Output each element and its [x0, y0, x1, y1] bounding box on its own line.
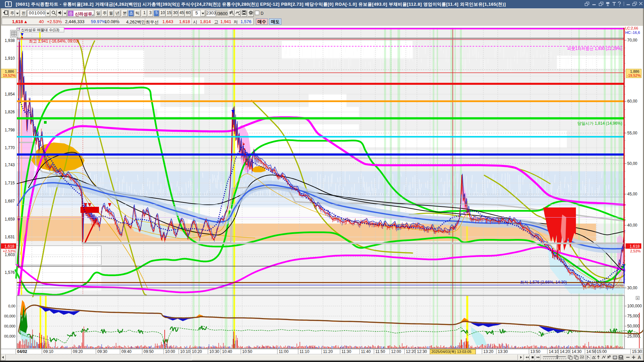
svg-text:1,576: 1,576 [5, 270, 15, 275]
svg-text:10:30: 10:30 [209, 349, 219, 354]
svg-text:09:40: 09:40 [121, 349, 131, 354]
svg-text:11:20: 11:20 [323, 349, 333, 354]
svg-text:최고 1,941 (-16,64%, 09:03): 최고 1,941 (-16,64%, 09:03) [29, 39, 79, 44]
svg-text:1,687: 1,687 [5, 199, 15, 203]
svg-text:당일시가 1,814 (14,96%): 당일시가 1,814 (14,96%) [578, 121, 622, 126]
svg-text:2025/04/03(목) 13:03:05: 2025/04/03(목) 13:03:05 [431, 350, 471, 354]
svg-text:11:00: 11:00 [279, 349, 288, 354]
svg-text:14:10: 14:10 [549, 349, 559, 354]
svg-text:1,743: 1,743 [5, 163, 15, 167]
svg-text:04/02: 04/02 [17, 349, 27, 354]
svg-text:14:20: 14:20 [560, 349, 570, 354]
svg-text:09:10: 09:10 [43, 349, 53, 354]
svg-text:최저 1,576 (2,66%, 14:30): 최저 1,576 (2,66%, 14:30) [520, 280, 567, 285]
svg-text:1,770: 1,770 [5, 145, 15, 150]
svg-text:11:30: 11:30 [341, 349, 351, 354]
svg-text:1,618: 1,618 [4, 244, 14, 249]
svg-text:14:50: 14:50 [586, 349, 596, 354]
svg-text:0,00: 0,00 [8, 304, 15, 308]
svg-text:12:30: 12:30 [417, 349, 427, 354]
svg-text:1,798: 1,798 [5, 128, 15, 132]
svg-text:00,000: 00,000 [4, 324, 15, 328]
svg-text:00,000: 00,000 [4, 314, 15, 318]
svg-text:14:30: 14:30 [572, 349, 582, 354]
svg-text:1,618: 1,618 [630, 244, 640, 249]
svg-text:1,886: 1,886 [5, 69, 14, 73]
svg-text:전일종가 1,578 (0,00%: 전일종가 1,578 (0,00% [583, 284, 624, 289]
svg-text:1,603: 1,603 [5, 252, 15, 257]
svg-text:15:00: 15:00 [597, 349, 607, 354]
svg-text:19,52%: 19,52% [3, 73, 16, 77]
svg-text:60,00: 60,00 [627, 99, 637, 104]
svg-text:13:20: 13:20 [483, 349, 493, 354]
svg-text:10:20: 10:20 [192, 349, 202, 354]
svg-text:40,00: 40,00 [627, 223, 637, 228]
svg-text:1,910: 1,910 [5, 56, 15, 61]
svg-text:10:50: 10:50 [242, 349, 252, 354]
svg-text:75,000: 75,000 [627, 314, 640, 318]
svg-text:70,00: 70,00 [627, 38, 637, 43]
svg-text:-19,52%: -19,52% [627, 73, 641, 77]
svg-text:1,659: 1,659 [5, 217, 15, 222]
svg-text:13:30: 13:30 [498, 349, 508, 354]
svg-text:00,000: 00,000 [4, 334, 15, 338]
svg-text:50,000: 50,000 [627, 324, 640, 328]
svg-text:1,826: 1,826 [5, 110, 15, 114]
svg-text:12:20: 12:20 [406, 349, 416, 354]
svg-text:신라섬유 매물대 수(13): 신라섬유 매물대 수(13) [21, 28, 59, 32]
svg-text:09:30: 09:30 [97, 349, 107, 354]
svg-text:1,854: 1,854 [5, 92, 15, 97]
svg-text:10:10: 10:10 [180, 349, 190, 354]
svg-text:1,631: 1,631 [5, 235, 15, 239]
svg-text:45,00: 45,00 [627, 192, 637, 196]
svg-text:x: x [637, 297, 638, 300]
svg-text:HC:-16,6: HC:-16,6 [625, 31, 640, 35]
svg-text:LC:2,66: LC:2,66 [625, 26, 638, 30]
svg-text:1,715: 1,715 [5, 181, 15, 185]
svg-text:2,53%: 2,53% [630, 249, 641, 253]
svg-text:피봇1차저항선 1,930 (22,29%): 피봇1차저항선 1,930 (22,29%) [567, 46, 622, 51]
svg-text:11:40: 11:40 [361, 349, 371, 354]
svg-text:1,886: 1,886 [630, 69, 639, 73]
svg-text:09:50: 09:50 [144, 349, 154, 354]
svg-text:A: A [638, 355, 641, 360]
svg-text:11:50: 11:50 [375, 349, 385, 354]
svg-text:1,938: 1,938 [5, 38, 15, 43]
svg-text:10:40: 10:40 [222, 349, 232, 354]
svg-text:10:00: 10:00 [165, 349, 175, 354]
svg-text:50,00: 50,00 [627, 161, 637, 166]
svg-text:09:20: 09:20 [73, 349, 83, 354]
svg-text:+2,53%: +2,53% [3, 249, 15, 253]
svg-text:13:50: 13:50 [530, 349, 540, 354]
svg-text:30,00: 30,00 [627, 286, 637, 290]
svg-text:25,000: 25,000 [627, 334, 640, 339]
svg-text:55,00: 55,00 [627, 131, 637, 135]
svg-text:11:10: 11:10 [300, 349, 309, 354]
svg-text:15:30:2: 15:30:2 [632, 349, 644, 354]
svg-text:100,000: 100,000 [627, 304, 642, 308]
svg-text:12:00: 12:00 [391, 349, 401, 354]
